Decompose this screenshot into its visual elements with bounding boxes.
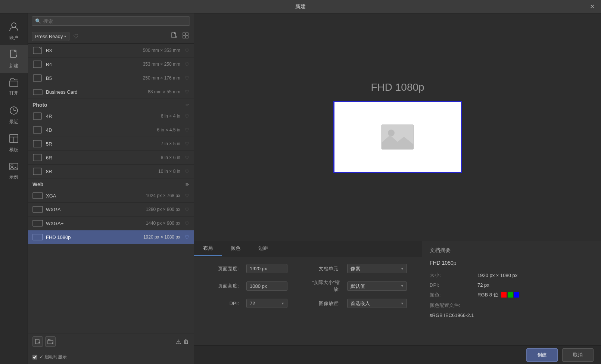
svg-rect-28	[33, 75, 41, 81]
image-placement-select[interactable]: 首选嵌入 首选链接 嵌入	[347, 299, 407, 308]
list-item[interactable]: 6R 8 in × 6 in ♡	[28, 151, 194, 165]
list-item[interactable]: 4D 6 in × 4.5 in ♡	[28, 123, 194, 137]
view-toggle-icon[interactable]	[181, 32, 190, 41]
doc-profile-val: sRGB IEC61966-2.1	[430, 312, 474, 318]
footer-bar: 创建 取消	[194, 345, 601, 364]
svg-rect-1	[10, 50, 16, 57]
doc-color-key: 颜色:	[430, 292, 474, 298]
favorite-icon[interactable]: ♡	[185, 169, 189, 174]
close-button[interactable]: ✕	[588, 2, 597, 11]
setting-row-height: 页面高度: "实际大小"缩放: 默认值 适合屏幕 100%	[209, 279, 407, 293]
account-label: 账户	[9, 35, 18, 41]
favorite-icon[interactable]: ♡	[185, 48, 189, 53]
section-menu-icon[interactable]: ≡·	[186, 102, 189, 108]
doc-size-val: 1920 px × 1080 px	[477, 273, 517, 278]
section-menu-icon[interactable]: ≡·	[186, 182, 189, 187]
recent-icon	[9, 105, 19, 117]
preview-placeholder	[381, 124, 414, 150]
sidebar-item-templates[interactable]: 模板	[0, 129, 28, 157]
tab-margin[interactable]: 边距	[249, 241, 277, 256]
favorite-icon[interactable]: ♡	[185, 193, 189, 199]
favorite-icon[interactable]: ♡	[185, 207, 189, 212]
search-bar: 🔍	[28, 13, 194, 29]
sidebar-item-account[interactable]: 账户	[0, 17, 28, 45]
favorite-icon[interactable]: ♡	[185, 141, 189, 147]
cancel-button[interactable]: 取消	[562, 348, 594, 362]
svg-point-14	[11, 165, 13, 167]
list-item[interactable]: Business Card 88 mm × 55 mm ♡	[28, 85, 194, 99]
svg-rect-27	[33, 61, 41, 68]
tab-layout[interactable]: 布局	[194, 241, 222, 256]
category-dropdown[interactable]: Press Ready ▾	[32, 32, 69, 41]
list-item[interactable]: B3 500 mm × 353 mm ♡	[28, 44, 194, 57]
page-width-input[interactable]	[246, 264, 287, 273]
template-label: 模板	[9, 147, 18, 153]
list-item[interactable]: WXGA+ 1440 px × 900 px ♡	[28, 217, 194, 230]
add-item-button[interactable]	[32, 336, 43, 347]
doc-summary: 文档摘要 FHD 1080p 大小: 1920 px × 1080 px DPI…	[422, 241, 601, 345]
template-icon	[9, 133, 19, 145]
page-height-input[interactable]	[246, 281, 287, 291]
setting-row-width: 页面宽度: 文档单元: 像素 毫米 英寸 厘米	[209, 264, 407, 273]
sidebar-item-examples[interactable]: 示例	[0, 157, 28, 185]
search-input[interactable]	[43, 18, 187, 24]
tabs-bar: 布局 颜色 边距	[194, 241, 422, 256]
svg-rect-32	[33, 140, 41, 147]
list-item[interactable]: B5 250 mm × 176 mm ♡	[28, 71, 194, 85]
svg-rect-30	[33, 113, 41, 119]
favorite-icon[interactable]: ♡	[185, 62, 189, 67]
favorite-icon[interactable]: ♡	[185, 113, 189, 119]
list-item[interactable]: 5R 7 in × 5 in ♡	[28, 137, 194, 151]
svg-point-45	[388, 130, 395, 136]
startup-label[interactable]: ✓ 启动时显示	[40, 354, 67, 360]
svg-rect-31	[33, 127, 41, 133]
setting-row-dpi: DPI: 72 96 150 300 图像放置:	[209, 299, 407, 308]
favorite-icon[interactable]: ♡	[185, 155, 189, 161]
list-item[interactable]: 4R 6 in × 4 in ♡	[28, 109, 194, 123]
doc-summary-name: FHD 1080p	[430, 260, 594, 266]
list-item[interactable]: WXGA 1280 px × 800 px ♡	[28, 203, 194, 217]
actual-size-select[interactable]: 默认值 适合屏幕 100%	[347, 281, 407, 291]
doc-unit-select[interactable]: 像素 毫米 英寸 厘米	[347, 264, 407, 273]
doc-size-row: 大小: 1920 px × 1080 px	[430, 272, 594, 279]
bottom-options: 布局 颜色 边距 页面宽度: 文档单元: 像素	[194, 241, 601, 345]
template-panel: 🔍 Press Ready ▾ ♡ B3 5	[28, 13, 194, 364]
favorite-icon[interactable]: ♡	[185, 127, 189, 133]
page-height-label: 页面高度:	[209, 283, 239, 289]
favorite-icon[interactable]: ♡	[185, 234, 189, 240]
favorite-icon[interactable]: ♡	[185, 75, 189, 81]
settings-section: 布局 颜色 边距 页面宽度: 文档单元: 像素	[194, 241, 422, 345]
panel-toolbar: ⚠ 🗑	[28, 333, 194, 350]
add-folder-button[interactable]	[45, 336, 56, 347]
template-list: B3 500 mm × 353 mm ♡ B4 353 mm × 250 mm …	[28, 44, 194, 333]
list-item-fhd[interactable]: FHD 1080p 1920 px × 1080 px ♡	[28, 230, 194, 244]
sidebar-item-recent[interactable]: 最近	[0, 101, 28, 129]
favorite-icon[interactable]: ♡	[185, 89, 189, 95]
list-item[interactable]: B4 353 mm × 250 mm ♡	[28, 57, 194, 71]
dpi-select[interactable]: 72 96 150 300	[246, 299, 287, 308]
svg-point-0	[12, 23, 16, 27]
doc-profile-val-row: sRGB IEC61966-2.1	[430, 312, 594, 318]
title-bar: 新建 ✕	[0, 0, 601, 13]
tab-color[interactable]: 颜色	[222, 241, 249, 256]
favorite-icon[interactable]: ♡	[185, 221, 189, 226]
sidebar-item-open[interactable]: 打开	[0, 73, 28, 101]
icon-nav: 账户 新建 打开 最近 模板	[0, 13, 28, 364]
delete-button[interactable]: 🗑	[183, 338, 189, 345]
svg-rect-29	[33, 90, 42, 95]
svg-rect-23	[183, 36, 185, 38]
favorite-filter-icon[interactable]: ♡	[73, 33, 78, 40]
preview-area: FHD 1080p	[194, 13, 601, 241]
startup-checkbox[interactable]	[32, 355, 37, 360]
doc-size-key: 大小:	[430, 272, 474, 279]
sidebar-item-new[interactable]: 新建	[0, 45, 28, 73]
startup-row: ✓ 启动时显示	[28, 350, 194, 364]
new-document-icon[interactable]	[170, 31, 179, 41]
list-item[interactable]: XGA 1024 px × 768 px ♡	[28, 189, 194, 203]
doc-dpi-val: 72 px	[477, 282, 489, 288]
create-button[interactable]: 创建	[526, 348, 558, 362]
doc-dpi-key: DPI:	[430, 282, 474, 288]
list-item[interactable]: 8R 10 in × 8 in ♡	[28, 165, 194, 178]
svg-rect-38	[33, 234, 43, 240]
doc-color-val: RGB 8 位	[477, 292, 498, 298]
